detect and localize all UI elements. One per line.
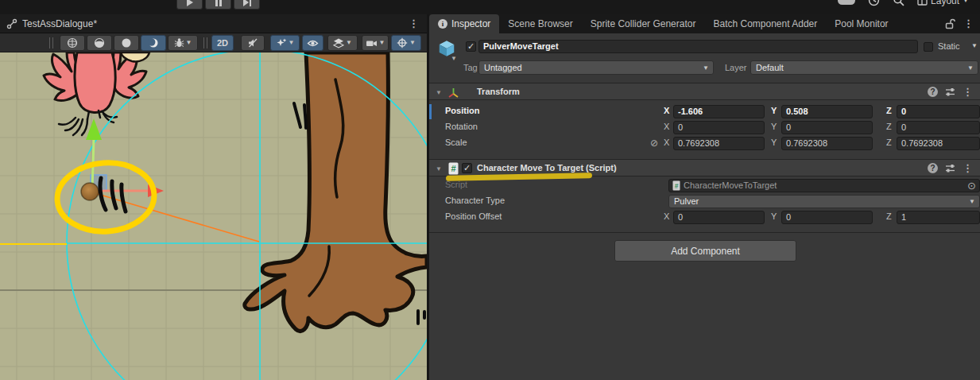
scene-viewport[interactable] bbox=[0, 52, 427, 380]
tab-batch-component-adder[interactable]: Batch Component Adder bbox=[704, 14, 826, 33]
position-offset-row: Position Offset X 0 Y 0 Z 1 bbox=[429, 210, 980, 226]
tab-menu-icon[interactable]: ⋮ bbox=[409, 19, 419, 29]
add-component-button[interactable]: Add Component bbox=[614, 240, 796, 262]
presets-icon[interactable] bbox=[945, 87, 955, 97]
script-object-field[interactable]: # CharacterMoveToTarget ⊙ bbox=[668, 179, 980, 192]
component-enabled-checkbox[interactable]: ✓ bbox=[462, 163, 472, 173]
x-axis-label: X bbox=[664, 138, 669, 147]
transform-icon bbox=[447, 87, 459, 99]
tab-pool-monitor[interactable]: Pool Monitor bbox=[826, 14, 897, 33]
toolbar-drag-handle[interactable] bbox=[49, 37, 53, 48]
nav-sphere-icon bbox=[397, 37, 408, 48]
chevron-down-icon: ▼ bbox=[346, 40, 352, 46]
scene-gizmo-dropdown[interactable]: ▼ bbox=[391, 35, 421, 51]
speaker-muted-icon bbox=[247, 37, 258, 48]
position-offset-label: Position Offset bbox=[445, 211, 502, 221]
layer-dropdown[interactable]: Default ▼ bbox=[750, 60, 978, 75]
static-checkbox[interactable] bbox=[924, 42, 933, 52]
layout-dropdown[interactable]: Layout ▼ bbox=[917, 0, 969, 6]
scene-tab-title[interactable]: TestAssDialogue* bbox=[22, 18, 97, 29]
character-type-label: Character Type bbox=[445, 196, 505, 205]
layer-value: Default bbox=[756, 63, 784, 72]
2d-mode-toggle[interactable]: 2D bbox=[211, 35, 234, 51]
chevron-down-icon: ▼ bbox=[379, 40, 385, 46]
shading-shaded-wire-button[interactable] bbox=[87, 35, 112, 51]
window-icon bbox=[6, 18, 17, 29]
transform-header[interactable]: ▼ Transform ? ⋮ bbox=[429, 83, 980, 100]
scale-row: Scale ⊘ X 0.7692308 Y 0.7692308 Z 0.7692… bbox=[429, 136, 980, 152]
search-icon[interactable] bbox=[893, 0, 904, 6]
scale-y-field[interactable]: 0.7692308 bbox=[781, 137, 873, 150]
pane-divider[interactable] bbox=[427, 14, 429, 380]
play-button[interactable] bbox=[176, 0, 203, 10]
object-picker-icon[interactable]: ⊙ bbox=[967, 180, 976, 192]
inspector-menu-icon[interactable]: ⋮ bbox=[963, 19, 974, 29]
scene-lighting-toggle[interactable] bbox=[141, 35, 166, 51]
info-icon: i bbox=[438, 19, 447, 29]
tab-inspector[interactable]: i Inspector bbox=[429, 14, 499, 33]
cloud-collab-icon[interactable] bbox=[838, 0, 855, 5]
history-clock-icon[interactable] bbox=[868, 0, 880, 6]
static-label: Static bbox=[938, 41, 960, 51]
crescent-moon-icon bbox=[148, 37, 159, 48]
camera-icon bbox=[366, 38, 378, 48]
scale-x-field[interactable]: 0.7692308 bbox=[673, 137, 765, 150]
position-y-field[interactable]: 0.508 bbox=[781, 105, 873, 118]
play-icon bbox=[187, 0, 193, 6]
camera-dropdown[interactable]: ▼ bbox=[362, 35, 389, 51]
chevron-down-icon: ▼ bbox=[963, 0, 969, 4]
eye-icon bbox=[307, 38, 319, 48]
presets-icon[interactable] bbox=[945, 163, 955, 173]
offset-x-field[interactable]: 0 bbox=[673, 211, 765, 224]
scale-z-field[interactable]: 0.7692308 bbox=[897, 137, 980, 150]
rotation-z-field[interactable]: 0 bbox=[897, 121, 980, 134]
gameobject-name-field[interactable]: PulverMoveTarget bbox=[478, 40, 918, 53]
tab-sprite-collider-generator[interactable]: Sprite Collider Generator bbox=[582, 14, 705, 33]
toolbar-drag-handle[interactable] bbox=[203, 37, 207, 48]
unlock-icon[interactable] bbox=[945, 18, 955, 29]
cube-expand-caret[interactable]: ▼ bbox=[451, 55, 457, 62]
component-menu-icon[interactable]: ⋮ bbox=[963, 164, 973, 173]
offset-y-field[interactable]: 0 bbox=[781, 211, 873, 224]
help-icon[interactable]: ? bbox=[928, 87, 938, 97]
pause-button[interactable] bbox=[205, 0, 231, 10]
rotation-y-field[interactable]: 0 bbox=[781, 121, 873, 134]
position-row: Position X -1.606 Y 0.508 Z 0 bbox=[429, 104, 980, 120]
tag-dropdown[interactable]: Untagged ▼ bbox=[478, 60, 714, 75]
z-axis-label: Z bbox=[886, 211, 892, 221]
layout-label: Layout bbox=[931, 0, 959, 6]
character-type-dropdown[interactable]: Pulver ▼ bbox=[668, 195, 980, 208]
z-axis-label: Z bbox=[886, 106, 892, 115]
active-checkbox[interactable]: ✓ bbox=[466, 41, 476, 52]
constrain-proportions-icon[interactable]: ⊘ bbox=[650, 138, 658, 149]
effects-dropdown[interactable]: ▼ bbox=[270, 35, 300, 51]
svg-text:#: # bbox=[451, 164, 455, 173]
y-axis-label: Y bbox=[771, 122, 777, 131]
x-axis-label: X bbox=[664, 122, 669, 131]
help-icon[interactable]: ? bbox=[928, 163, 938, 173]
layout-icon bbox=[917, 0, 928, 6]
shading-wireframe-button[interactable] bbox=[60, 35, 85, 51]
position-x-field[interactable]: -1.606 bbox=[673, 105, 765, 118]
step-button[interactable] bbox=[234, 0, 260, 10]
script-icon: # bbox=[672, 180, 680, 191]
rotation-x-field[interactable]: 0 bbox=[673, 121, 765, 134]
shading-solid-button[interactable] bbox=[114, 35, 139, 51]
tag-label: Tag bbox=[463, 63, 478, 72]
position-z-field[interactable]: 0 bbox=[897, 105, 980, 118]
debug-bug-dropdown[interactable]: ▼ bbox=[168, 35, 198, 51]
foldout-arrow-icon[interactable]: ▼ bbox=[436, 165, 442, 173]
audio-mute-toggle[interactable] bbox=[241, 35, 265, 51]
y-axis-label: Y bbox=[771, 138, 777, 147]
unity-editor-window: Layout ▼ TestAssDialogue* ⋮ ▼ bbox=[0, 0, 980, 380]
scene-visibility-toggle[interactable] bbox=[302, 35, 323, 51]
tab-scene-browser[interactable]: Scene Browser bbox=[499, 14, 581, 33]
z-axis-label: Z bbox=[886, 122, 892, 131]
static-dropdown-caret[interactable]: ▼ bbox=[971, 43, 978, 49]
offset-z-field[interactable]: 1 bbox=[897, 211, 980, 224]
foldout-arrow-icon[interactable]: ▼ bbox=[436, 89, 442, 96]
solid-sphere-icon bbox=[121, 37, 132, 48]
component-menu-icon[interactable]: ⋮ bbox=[963, 87, 973, 97]
layers-dropdown[interactable]: ▼ bbox=[327, 35, 358, 51]
move-target-sphere[interactable] bbox=[81, 183, 99, 200]
